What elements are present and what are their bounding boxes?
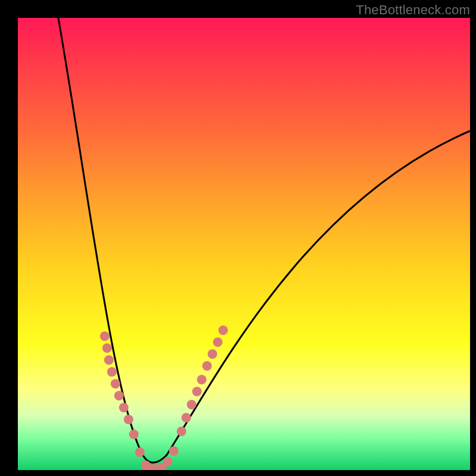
marker-dot xyxy=(119,403,129,412)
marker-dot xyxy=(187,400,196,409)
marker-dot xyxy=(208,349,217,359)
marker-dot xyxy=(197,375,206,384)
marker-dot xyxy=(107,367,117,377)
watermark-text: TheBottleneck.com xyxy=(356,2,470,18)
marker-dot xyxy=(129,430,139,439)
marker-dot xyxy=(124,415,133,424)
marker-dot xyxy=(102,343,112,353)
chart-svg xyxy=(18,18,470,470)
marker-dot xyxy=(135,447,145,457)
marker-group xyxy=(100,325,228,470)
marker-dot xyxy=(177,427,186,436)
marker-dot xyxy=(213,337,223,347)
marker-dot xyxy=(218,325,228,335)
marker-dot xyxy=(104,355,114,365)
marker-dot xyxy=(192,387,202,396)
marker-dot xyxy=(111,379,120,389)
marker-dot xyxy=(202,361,212,371)
marker-dot xyxy=(163,457,173,466)
marker-dot xyxy=(114,391,124,400)
marker-dot xyxy=(169,446,178,456)
marker-dot xyxy=(181,413,191,422)
marker-dot xyxy=(100,331,109,341)
chart-frame xyxy=(18,18,470,470)
